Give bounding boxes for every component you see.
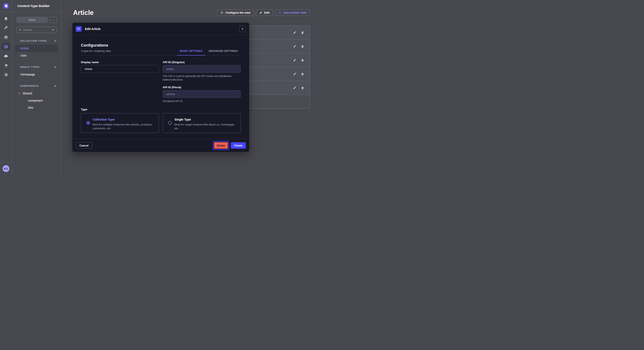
cloud-icon[interactable] — [2, 52, 10, 59]
config-header-row: Configurations A type for modeling data … — [81, 43, 241, 55]
configure-view-label: Configure the view — [226, 11, 250, 14]
type-label: Type — [81, 108, 241, 111]
content-type-badge: CT — [76, 26, 82, 32]
api-id-singular-field: API ID (Singular) The UID is used to gen… — [163, 61, 241, 82]
collection-type-description: Best for multiple instances like article… — [93, 123, 158, 130]
section-label: SINGLE TYPES — [20, 66, 40, 68]
display-name-field: Display name — [81, 61, 159, 103]
type-cards: Collection Type Best for multiple instan… — [81, 113, 241, 133]
home-icon[interactable] — [2, 15, 10, 22]
filter-lines-icon — [220, 11, 224, 14]
sidebar-item-user[interactable]: User — [15, 52, 58, 59]
search-icon — [19, 28, 22, 31]
row-delete-trash-icon[interactable] — [301, 45, 304, 48]
sidebar-item-component[interactable]: component — [12, 97, 61, 104]
modal-header: CT Edit Article — [72, 23, 249, 35]
api-id-plural-field: API ID (Plural) Pluralized API ID — [163, 86, 241, 103]
sidebar-item-seo[interactable]: Seo — [12, 104, 61, 111]
edit-article-modal: CT Edit Article Configurations A type fo… — [72, 23, 249, 152]
fields-grid: Display name API ID (Singular) The UID i… — [81, 61, 241, 103]
row-delete-trash-icon[interactable] — [301, 72, 304, 76]
row-delete-trash-icon[interactable] — [301, 86, 304, 90]
row-edit-pencil-icon[interactable] — [293, 58, 296, 62]
settings-icon[interactable] — [2, 71, 10, 78]
configure-view-button[interactable]: Configure the view — [217, 9, 254, 16]
edit-button[interactable]: Edit — [256, 9, 273, 16]
more-options-button[interactable]: ··· — [50, 17, 57, 23]
section-components: COMPONENTS Shared component Seo — [12, 84, 61, 111]
section-label: COMPONENTS — [20, 85, 39, 87]
delete-button[interactable]: Delete — [214, 142, 228, 149]
single-type-card[interactable]: Single Type Best for single instance lik… — [163, 113, 241, 133]
close-icon — [241, 27, 244, 30]
modal-title: Edit Article — [85, 27, 100, 31]
row-delete-trash-icon[interactable] — [301, 59, 304, 62]
strapi-logo-glyph — [4, 4, 8, 7]
add-another-field-label: Add another field — [284, 11, 306, 14]
nav-rail: KD — [0, 0, 12, 175]
group-label: Shared — [22, 92, 32, 95]
row-delete-trash-icon[interactable] — [301, 31, 304, 34]
display-name-label: Display name — [81, 61, 159, 64]
row-edit-pencil-icon[interactable] — [293, 31, 296, 34]
sidebar-item-homepage[interactable]: Homepage — [15, 71, 58, 78]
config-title: Configurations — [81, 43, 111, 48]
sidebar: Content-Type Builder Save ··· COLLECTION… — [12, 0, 61, 175]
edit-label: Edit — [264, 11, 270, 14]
single-type-title: Single Type — [174, 118, 191, 121]
row-edit-pencil-icon[interactable] — [293, 86, 296, 90]
cancel-button[interactable]: Cancel — [76, 142, 92, 149]
search-input[interactable] — [23, 28, 50, 31]
api-id-plural-input[interactable] — [163, 90, 241, 98]
modal-body: Configurations A type for modeling data … — [72, 35, 249, 133]
close-button[interactable] — [239, 25, 246, 32]
add-another-field-button[interactable]: Add another field — [275, 9, 310, 16]
marketplace-cart-icon[interactable] — [2, 62, 10, 69]
delete-button-highlight-ring: Delete — [213, 141, 229, 150]
section-label: COLLECTION TYPES — [20, 39, 47, 42]
sidebar-item-article[interactable]: Article — [15, 45, 58, 52]
header-actions: Configure the view Edit Add another fiel… — [217, 9, 310, 16]
config-subtitle: A type for modeling data — [81, 49, 111, 52]
tab-basic-settings[interactable]: BASIC SETTINGS — [177, 49, 205, 55]
app-logo-box — [0, 0, 12, 12]
plus-icon — [278, 11, 282, 14]
add-collection-type-plus-icon[interactable] — [54, 39, 57, 42]
sidebar-group-shared[interactable]: Shared — [12, 90, 61, 97]
api-id-singular-label: API ID (Singular) — [163, 61, 241, 64]
add-single-type-plus-icon[interactable] — [54, 65, 57, 69]
row-edit-pencil-icon[interactable] — [293, 45, 296, 48]
feather-icon[interactable] — [2, 24, 10, 31]
media-library-icon[interactable] — [2, 34, 10, 41]
api-id-plural-label: API ID (Plural) — [163, 86, 241, 89]
sidebar-title: Content-Type Builder — [12, 0, 61, 12]
strapi-logo[interactable] — [4, 3, 8, 8]
api-id-singular-input[interactable] — [163, 65, 241, 73]
clear-search-icon[interactable] — [52, 28, 54, 31]
collection-type-card[interactable]: Collection Type Best for multiple instan… — [81, 113, 159, 133]
single-type-radio[interactable] — [168, 121, 172, 125]
collection-type-title: Collection Type — [93, 118, 114, 121]
api-id-column: API ID (Singular) The UID is used to gen… — [163, 61, 241, 103]
settings-tabs: BASIC SETTINGS ADVANCED SETTINGS — [177, 49, 241, 55]
api-id-plural-hint: Pluralized API ID — [163, 100, 239, 103]
avatar[interactable]: KD — [2, 165, 9, 172]
add-component-plus-icon[interactable] — [54, 84, 57, 88]
content-type-builder-icon[interactable] — [2, 43, 10, 50]
rail-bottom: KD — [0, 162, 12, 175]
section-collection-types: COLLECTION TYPES Article User — [12, 39, 61, 59]
save-button[interactable]: Save — [16, 17, 48, 23]
single-type-description: Best for single instance like about us, … — [174, 123, 239, 130]
collection-type-radio[interactable] — [86, 121, 90, 125]
pencil-icon — [260, 11, 262, 14]
save-row: Save ··· — [12, 12, 61, 23]
row-edit-pencil-icon[interactable] — [293, 72, 296, 76]
finish-button[interactable]: Finish — [231, 142, 246, 149]
api-id-singular-hint: The UID is used to generate the API rout… — [163, 74, 239, 82]
search-box — [16, 26, 57, 33]
section-single-types: SINGLE TYPES Homepage — [12, 65, 61, 78]
modal-footer: Cancel Delete Finish — [72, 139, 249, 152]
display-name-input[interactable] — [81, 65, 159, 73]
page-title: Article — [73, 9, 94, 16]
tab-advanced-settings[interactable]: ADVANCED SETTINGS — [206, 49, 241, 55]
